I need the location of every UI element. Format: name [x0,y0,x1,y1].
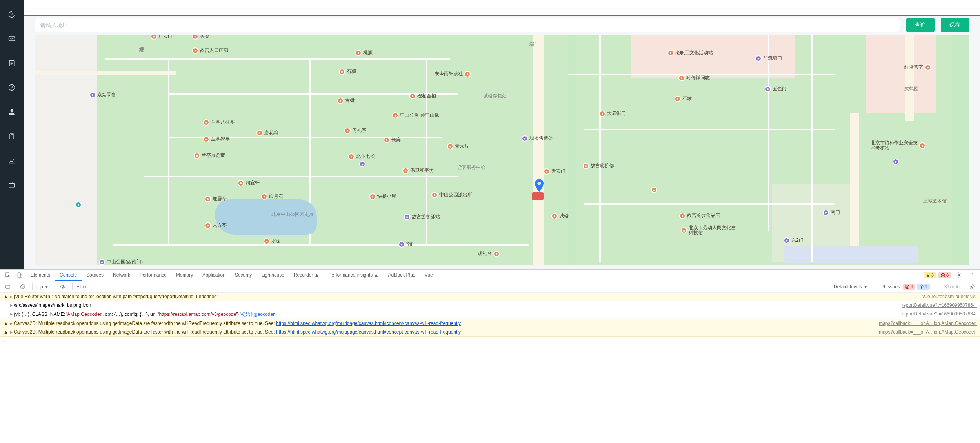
map-poi[interactable]: ●东2门 [784,237,804,244]
map-poi[interactable]: ●五色门 [765,86,787,92]
map-poi[interactable]: 端门 [529,41,539,47]
console-source-link[interactable]: maps?callback=___onA…ion,AMap.Geocoder: [879,329,977,335]
map-poi[interactable]: ●广安门 [151,35,173,40]
device-toggle-button[interactable] [14,270,25,281]
sidebar-item-briefcase[interactable] [0,173,24,197]
warning-count-badge[interactable]: ▲ 3 [924,272,936,278]
map-poi[interactable]: 北京中山公园园史展 [271,212,314,217]
expand-icon[interactable]: ▸ [10,321,13,326]
map-poi[interactable]: ●青云片 [447,143,469,149]
map-poi[interactable]: 灰鹤园 [904,86,918,92]
devtools-tab[interactable]: Recorder ▲ [289,270,324,281]
expand-icon[interactable]: ▸ [10,329,13,335]
map-poi[interactable]: ●六方亭 [205,222,227,229]
map-poi[interactable]: ●北斗七松 [348,153,375,160]
query-button[interactable]: 查询 [906,18,935,32]
map-poi[interactable]: 观礼台● [478,250,500,257]
console-prompt[interactable]: › [0,337,980,345]
map-poi[interactable]: ●买卖 [192,35,209,40]
devtools-tab[interactable]: Adblock Plus [383,270,420,281]
devtools-tab[interactable]: Sources [82,270,108,281]
live-expression-button[interactable] [57,281,68,292]
map-poi[interactable]: ● [651,187,657,193]
sidebar-toggle-button[interactable] [2,281,13,292]
map-poi[interactable]: ● [75,202,82,208]
sidebar-item-chart[interactable] [0,148,24,173]
console-source-link[interactable]: reportDetail.vue?t=1669099507864: [902,303,977,308]
issues-summary[interactable]: 9 Issues: ⨂ 8 🛈 1 [882,284,929,290]
map-poi[interactable]: ●城楼 [551,213,569,219]
sidebar-item-user[interactable] [0,100,24,124]
map-poi[interactable]: 城楼存包处 [483,93,507,99]
expand-icon[interactable]: ▸ [10,303,13,308]
map-poi[interactable]: ●石狮 [339,68,356,75]
address-input[interactable] [35,18,900,32]
settings-button[interactable] [953,270,964,281]
sidebar-item-clipboard[interactable] [0,124,24,148]
devtools-tab[interactable]: Elements [26,270,55,281]
sidebar-item-docs[interactable] [0,51,24,75]
console-source-link[interactable]: maps?callback=___onA…ion,AMap.Geocoder: [879,321,977,326]
map-poi[interactable]: 游客服务中心 [457,164,485,171]
devtools-tab[interactable]: Performance insights ▲ [324,270,384,281]
map-poi[interactable]: 来今雨轩茶社● [435,71,471,77]
sidebar-item-inbox[interactable] [0,27,24,51]
console-output[interactable]: ▲▸[Vue Router warn]: No match found for … [0,293,980,443]
map-poi[interactable]: ●时传祥同志 [678,75,710,81]
devtools-tab[interactable]: Vue [420,270,438,281]
map-poi[interactable]: 北京市特种作业安全技术考核站● [871,140,925,151]
map-poi[interactable]: ●前流璃门 [755,55,782,62]
map-poi[interactable]: ● [359,161,365,167]
map-poi[interactable]: ●京烟零售 [89,91,116,98]
clear-console-button[interactable] [17,281,28,292]
map-poi[interactable]: ●故宫游客驿站 [404,213,440,220]
map-poi[interactable]: ●兰亭展览室 [194,152,225,159]
map-poi[interactable]: ●南门 [823,209,840,216]
devtools-tab[interactable]: Lighthouse [256,270,289,281]
map-poi[interactable]: ● [893,159,899,165]
map-poi[interactable]: ●水榭 [264,238,281,244]
map-marker-pin[interactable] [535,179,544,192]
map-poi[interactable]: ●快餐小屋 [369,193,396,200]
map-poi[interactable]: ●中山公园派出所 [431,191,472,198]
map-poi[interactable]: ●保卫和平坊 [402,167,434,174]
error-count-badge[interactable]: ⨂ 8 [938,272,951,278]
map-poi[interactable]: ●城楼售票处 [522,135,553,142]
map-poi[interactable]: ●桃源 [355,49,373,56]
map-poi[interactable]: ●中山公园(西南门) [99,259,143,265]
map-poi[interactable]: ●老职工文化活动站 [667,49,713,56]
devtools-tab[interactable]: Network [108,270,135,281]
console-source-link[interactable]: vue-router.esm-bundler.js: [922,294,977,299]
map-poi[interactable]: ●石墩 [675,95,692,102]
map-poi[interactable]: ●绘月石 [261,193,283,200]
devtools-tab[interactable]: Memory [171,270,198,281]
devtools-tab[interactable]: Performance [135,270,171,281]
sidebar-item-help[interactable] [0,75,24,100]
map-poi[interactable]: ●唐花坞 [256,129,278,136]
console-filter-input[interactable] [76,284,155,290]
map-poi[interactable]: ●南门 [398,241,416,248]
devtools-tab[interactable]: Console [55,270,82,281]
map-poi[interactable]: ●迎霹亭 [205,195,227,202]
map-poi[interactable]: ●习礼亭 [344,127,366,134]
map-poi[interactable]: ●北京市劳动人民文化宫科技馆 [681,225,736,235]
devtools-tab[interactable]: Application [198,270,230,281]
console-settings-button[interactable] [967,281,978,292]
map-poi[interactable]: ●故宫彩扩部 [583,162,614,169]
expand-icon[interactable]: ▸ [10,311,13,317]
map-poi[interactable]: ●古树 [337,97,355,104]
map-poi[interactable]: ●故宫冷饮食品店 [679,212,720,219]
expand-icon[interactable]: ▸ [10,294,13,299]
map-poi[interactable]: ●天安门 [544,168,565,175]
map-poi[interactable]: ●长廊 [384,137,401,143]
map-poi[interactable]: ●太庙街门 [599,110,626,117]
execution-context-select[interactable]: top ▼ [36,284,49,290]
log-levels-select[interactable]: Default levels ▼ [834,284,868,290]
map-poi[interactable]: ●四宜轩 [238,180,260,186]
map-poi[interactable]: 红墙茶室● [904,64,931,71]
more-button[interactable]: ⋮ [967,270,978,281]
map-poi[interactable]: ●兰亭碑亭 [203,136,230,142]
sidebar-item-dashboard[interactable] [0,2,24,27]
map-poi[interactable]: ●中山公园-孙中山像 [392,112,439,118]
map-poi[interactable]: ●故宫人口画廊 [192,47,228,54]
